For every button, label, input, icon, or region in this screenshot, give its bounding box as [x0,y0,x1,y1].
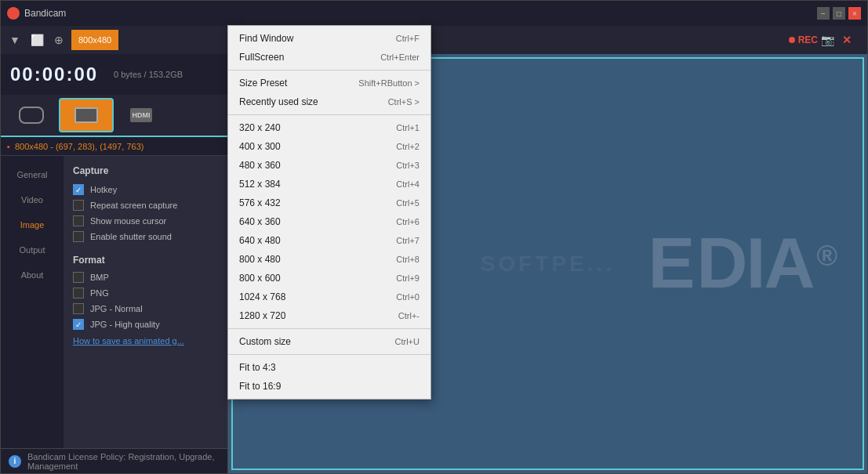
menu-label-find_window: Find Window [239,33,293,44]
repeat-row: Repeat screen capture [73,200,218,211]
menu-item-recently_used[interactable]: Recently used sizeCtrl+S > [228,92,430,111]
format-title: Format [73,255,218,266]
info-icon: i [9,455,21,468]
menu-item-480x360[interactable]: 480 x 360Ctrl+3 [228,156,430,175]
format-section: Format BMP PNG JPG - Normal [73,255,218,330]
hotkey-checkbox[interactable]: ✓ [73,184,84,195]
time-display: 00:00:00 [10,63,98,85]
nav-general[interactable]: General [1,162,64,187]
menu-label-fit_4_3: Fit to 4:3 [239,362,276,373]
menu-item-fit_16_9[interactable]: Fit to 16:9 [228,377,430,396]
menu-item-1280x720[interactable]: 1280 x 720Ctrl+- [228,306,430,325]
jpg-normal-label: JPG - Normal [90,304,143,313]
side-nav: General Video Image Output About [1,156,64,448]
menu-label-800x600: 800 x 600 [239,273,281,284]
gamepad-icon [19,107,44,124]
nav-about[interactable]: About [1,262,64,288]
animated-gif-link[interactable]: How to save as animated g... [73,336,218,346]
menu-label-512x384: 512 x 384 [239,179,281,190]
menu-shortcut-400x300: Ctrl+2 [396,142,419,151]
rec-indicator: REC 📷 ✕ [789,31,856,49]
zoom-button[interactable]: ⊕ [49,31,68,49]
menu-label-400x300: 400 x 300 [239,141,281,152]
window-select-button[interactable]: ⬜ [27,31,46,49]
rec-dot [789,37,795,43]
jpg-high-checkbox[interactable]: ✓ [73,319,84,330]
menu-shortcut-size_preset: Shift+RButton > [358,78,419,88]
menu-label-fit_16_9: Fit to 16:9 [239,381,281,392]
close-window-button[interactable]: ✕ [837,31,856,49]
tab-screen[interactable] [59,98,114,132]
menu-item-800x600[interactable]: 800 x 600Ctrl+9 [228,269,430,288]
mouse-label: Show mouse cursor [90,216,166,226]
tab-hdmi[interactable]: HDMI [114,98,169,132]
menu-item-512x384[interactable]: 512 x 384Ctrl+4 [228,175,430,194]
minimize-button[interactable]: − [817,7,830,20]
maximize-button[interactable]: □ [833,7,845,20]
menu-shortcut-800x480: Ctrl+8 [396,255,419,264]
shutter-row: Enable shutter sound [73,231,218,242]
menu-item-size_preset[interactable]: Size PresetShift+RButton > [228,74,430,92]
close-button[interactable]: × [848,7,861,20]
menu-label-size_preset: Size Preset [239,78,287,89]
menu-label-custom_size: Custom size [239,336,291,347]
menu-separator-19 [228,354,430,355]
capture-title: Capture [73,165,218,176]
bmp-checkbox[interactable] [73,272,84,283]
app-logo [7,7,20,20]
dropdown-menu: Find WindowCtrl+FFullScreenCtrl+EnterSiz… [227,25,431,400]
toolbar: ▼ ⬜ ⊕ 800x480 REC 📷 ✕ [1,26,867,54]
dropdown-arrow-button[interactable]: ▼ [5,31,24,49]
png-label: PNG [90,288,109,298]
menu-separator-17 [228,328,430,329]
status-text: Bandicam License Policy: Registration, U… [27,452,220,471]
jpg-high-row: ✓ JPG - High quality [73,319,218,330]
tab-bar: HDMI [1,95,227,136]
watermark: SOFTPE... [481,251,615,277]
menu-item-find_window[interactable]: Find WindowCtrl+F [228,29,430,48]
menu-item-fit_4_3[interactable]: Fit to 4:3 [228,358,430,377]
menu-item-320x240[interactable]: 320 x 240Ctrl+1 [228,118,430,137]
menu-item-1024x768[interactable]: 1024 x 768Ctrl+0 [228,288,430,306]
menu-label-576x432: 576 x 432 [239,197,281,208]
menu-item-custom_size[interactable]: Custom sizeCtrl+U [228,332,430,351]
menu-label-800x480: 800 x 480 [239,254,281,265]
screen-icon [74,107,98,123]
nav-output[interactable]: Output [1,237,64,262]
size-button[interactable]: 800x480 [71,30,118,50]
menu-item-fullscreen[interactable]: FullScreenCtrl+Enter [228,48,430,67]
menu-shortcut-512x384: Ctrl+4 [396,179,419,189]
menu-item-640x360[interactable]: 640 x 360Ctrl+6 [228,212,430,231]
content-area: 00:00:00 0 bytes / 153.2GB HDMI ▪ 800 [1,54,867,473]
menu-item-576x432[interactable]: 576 x 432Ctrl+5 [228,194,430,212]
png-row: PNG [73,288,218,299]
nav-video[interactable]: Video [1,187,64,212]
title-bar: Bandicam − □ × [1,1,867,26]
repeat-checkbox[interactable] [73,200,84,211]
menu-shortcut-fullscreen: Ctrl+Enter [380,52,419,62]
resolution-text: 800x480 - (697, 283), (1497, 763) [15,142,144,151]
menu-label-640x480: 640 x 480 [239,235,281,246]
tab-gamepad[interactable] [4,98,59,132]
menu-item-800x480[interactable]: 800 x 480Ctrl+8 [228,250,430,269]
jpg-normal-checkbox[interactable] [73,303,84,314]
png-checkbox[interactable] [73,288,84,299]
nav-image[interactable]: Image [1,212,64,237]
menu-shortcut-recently_used: Ctrl+S > [388,97,419,107]
menu-shortcut-640x480: Ctrl+7 [396,236,419,245]
rec-label: REC [798,34,818,45]
menu-shortcut-480x360: Ctrl+3 [396,161,419,170]
menu-item-400x300[interactable]: 400 x 300Ctrl+2 [228,137,430,156]
storage-display: 0 bytes / 153.2GB [114,70,183,79]
left-panel: 00:00:00 0 bytes / 153.2GB HDMI ▪ 800 [1,54,228,473]
brand-main-text: DIA [696,223,813,304]
stats-bar: 00:00:00 0 bytes / 153.2GB [1,54,227,95]
menu-label-320x240: 320 x 240 [239,122,281,133]
menu-label-480x360: 480 x 360 [239,160,281,171]
menu-item-640x480[interactable]: 640 x 480Ctrl+7 [228,231,430,250]
menu-label-640x360: 640 x 360 [239,216,281,227]
shutter-checkbox[interactable] [73,231,84,242]
mouse-checkbox[interactable] [73,215,84,226]
hotkey-row: ✓ Hotkey [73,184,218,195]
menu-label-fullscreen: FullScreen [239,52,284,63]
